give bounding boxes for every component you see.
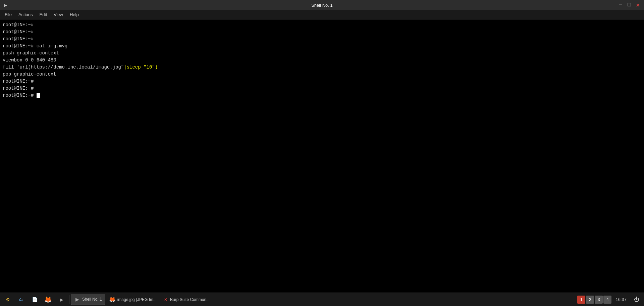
firefox-icon: 🦊 xyxy=(45,297,51,303)
terminal-line-output: pop graphic-context xyxy=(3,71,641,78)
image-icon: 🦊 xyxy=(109,297,115,303)
taskbar-separator xyxy=(69,295,69,304)
minimize-button[interactable]: ─ xyxy=(617,2,624,8)
terminal-line-active: root@INE:~# xyxy=(3,92,641,99)
maximize-button[interactable]: □ xyxy=(626,2,633,8)
terminal-line: root@INE:~# xyxy=(3,21,641,29)
terminal-line-command: root@INE:~# cat img.mvg xyxy=(3,43,641,50)
terminal-line: root@INE:~# xyxy=(3,29,641,36)
menu-view[interactable]: View xyxy=(50,11,66,18)
menu-edit[interactable]: Edit xyxy=(36,11,50,18)
taskbar-terminal-launcher[interactable]: ▶ xyxy=(55,294,68,305)
cursor xyxy=(37,93,40,98)
workspace-2[interactable]: 2 xyxy=(586,296,594,304)
terminal-line-fill: fill 'url(https://demo.ine.local/image.j… xyxy=(3,64,641,71)
burp-close-icon[interactable]: ✕ xyxy=(164,297,167,302)
terminal-area[interactable]: root@INE:~# root@INE:~# root@INE:~# root… xyxy=(0,19,644,293)
taskbar: ⚙ 🗂 📄 🦊 ▶ ▶ Shell No. 1 🦊 image.jpg (JPE… xyxy=(0,293,644,306)
menu-file[interactable]: File xyxy=(1,11,15,18)
files-icon: 🗂 xyxy=(18,297,24,303)
terminal-line-output: push graphic-context xyxy=(3,50,641,57)
image-app-label: image.jpg (JPEG Im... xyxy=(117,297,157,302)
window-controls: ─ □ ✕ xyxy=(617,2,641,8)
burp-app-label: Burp Suite Commun... xyxy=(170,297,210,302)
terminal-icon: ▶ xyxy=(3,2,9,8)
power-icon: ⏻ xyxy=(634,297,639,303)
terminal-line: root@INE:~# xyxy=(3,36,641,43)
titlebar-left: ▶ xyxy=(3,2,9,8)
taskbar-firefox-launcher[interactable]: 🦊 xyxy=(42,294,54,305)
terminal-line-output: viewbox 0 0 640 480 xyxy=(3,57,641,64)
clock: 16:37 xyxy=(613,297,629,302)
window-title: Shell No. 1 xyxy=(311,3,333,8)
menu-help[interactable]: Help xyxy=(66,11,82,18)
workspace-4[interactable]: 4 xyxy=(603,296,611,304)
shell-app-label: Shell No. 1 xyxy=(82,297,102,302)
taskbar-right: 1 2 3 4 16:37 ⏻ xyxy=(577,294,643,305)
power-button[interactable]: ⏻ xyxy=(631,294,643,305)
shell-icon: ▶ xyxy=(74,296,80,302)
titlebar: ▶ Shell No. 1 ─ □ ✕ xyxy=(0,0,644,10)
workspace-switcher: 1 2 3 4 xyxy=(577,296,611,304)
taskbar-text-editor[interactable]: 📄 xyxy=(28,294,41,305)
terminal-line: root@INE:~# xyxy=(3,78,641,85)
taskbar-system-tools[interactable]: ⚙ xyxy=(1,294,14,305)
workspace-3[interactable]: 3 xyxy=(595,296,603,304)
text-editor-icon: 📄 xyxy=(32,297,38,303)
taskbar-app-image[interactable]: 🦊 image.jpg (JPEG Im... xyxy=(106,294,160,305)
workspace-1[interactable]: 1 xyxy=(577,296,585,304)
menubar: File Actions Edit View Help xyxy=(0,10,644,19)
close-button[interactable]: ✕ xyxy=(635,2,641,8)
terminal-line: root@INE:~# xyxy=(3,85,641,92)
taskbar-app-shell[interactable]: ▶ Shell No. 1 xyxy=(71,294,105,305)
taskbar-file-manager[interactable]: 🗂 xyxy=(15,294,28,305)
tools-icon: ⚙ xyxy=(5,297,11,303)
menu-actions[interactable]: Actions xyxy=(15,11,36,18)
terminal-launcher-icon: ▶ xyxy=(58,297,64,303)
taskbar-app-burp[interactable]: ✕ Burp Suite Commun... xyxy=(161,294,213,305)
